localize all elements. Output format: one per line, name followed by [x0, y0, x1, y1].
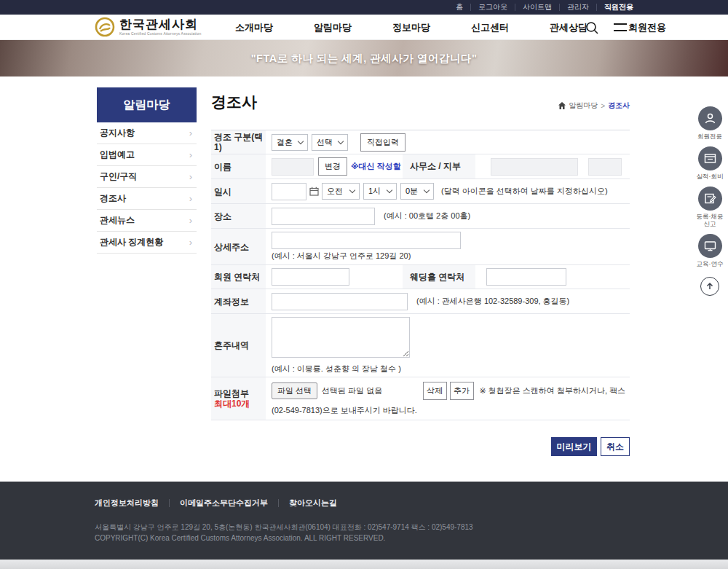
sidebar-item-legislation[interactable]: 입법예고 ›: [97, 144, 197, 166]
name-label: 이름: [214, 162, 266, 172]
file-delete-button[interactable]: 삭제: [423, 382, 447, 400]
cancel-button[interactable]: 취소: [601, 437, 630, 456]
sidebar-item-label: 관세뉴스: [100, 214, 135, 227]
sidebar-item-label: 경조사: [100, 192, 126, 205]
quick-menu: 회원전용 실적·회비 등록·채용 신고: [695, 106, 724, 296]
hour-select-value: 1시: [368, 186, 381, 197]
quick-record-label: 실적·회비: [697, 173, 724, 180]
hall-phone-input[interactable]: [486, 268, 566, 286]
direct-input-button[interactable]: 직접입력: [360, 133, 405, 152]
event-form: 경조 구분(택1) 결혼 선택 직접입력 이름 변경 ※대신 작성할: [211, 130, 630, 420]
category-select-2[interactable]: 선택: [312, 134, 348, 151]
form-row-category: 경조 구분(택1) 결혼 선택 직접입력: [211, 130, 630, 154]
minute-select[interactable]: 0분: [400, 183, 434, 200]
address-input[interactable]: [272, 232, 461, 249]
chevron-right-icon: ›: [189, 194, 192, 203]
form-row-parents: 혼주내역 (예시 : 이몽룡. 성춘향 의 장남 철수 ): [211, 314, 630, 377]
datetime-note: (달력 아이콘을 선택하여 날짜를 지정하십시오): [441, 186, 608, 197]
topbar-link-logout[interactable]: 로그아웃: [471, 4, 515, 11]
footer-link-email[interactable]: 이메일주소무단수집거부: [170, 499, 279, 507]
footer: 개인정보처리방침 이메일주소무단수집거부 찾아오시는길 서울특별시 강남구 언주…: [0, 482, 728, 560]
sidebar-item-label: 관세사 징계현황: [100, 236, 163, 248]
address-label: 상세주소: [214, 242, 266, 252]
form-row-account: 계좌정보 (예시 : 관세사은행 102-32589-309, 홍길동): [211, 289, 630, 314]
place-input[interactable]: [272, 208, 375, 225]
arrow-up-icon: [705, 282, 714, 291]
topbar-link-admin[interactable]: 관리자: [560, 4, 597, 11]
category-label: 경조 구분(택1): [214, 132, 266, 152]
sidebar-item-notice[interactable]: 공지사항 ›: [97, 122, 197, 144]
breadcrumb: 알림마당 > 경조사: [558, 101, 630, 111]
quick-register-label: 등록·채용 신고: [697, 213, 724, 227]
parents-textarea[interactable]: [272, 317, 410, 358]
hall-phone-label: 웨딩홀 연락처: [403, 265, 475, 289]
branch-input[interactable]: [588, 158, 622, 176]
file-note-line1: ※ 청첩장은 스캔하여 첨부하시거나, 팩스: [480, 385, 626, 396]
logo[interactable]: 한국관세사회 Korea Certified Customs Attorneys…: [95, 17, 201, 37]
category-select-2-value: 선택: [317, 137, 333, 148]
change-name-button[interactable]: 변경: [318, 157, 347, 176]
file-limit-label: 최대10개: [214, 399, 266, 409]
account-note: (예시 : 관세사은행 102-32589-309, 홍길동): [416, 296, 569, 307]
home-icon[interactable]: [558, 102, 566, 109]
category-select-1-value: 결혼: [277, 137, 293, 148]
quick-register[interactable]: 등록·채용 신고: [697, 187, 724, 227]
footer-link-directions[interactable]: 찾아오시는길: [279, 499, 347, 507]
sidebar-item-family-events[interactable]: 경조사 ›: [97, 188, 197, 210]
topbar-link-staff[interactable]: 직원전용: [597, 4, 641, 11]
ampm-select[interactable]: 오전: [322, 183, 360, 200]
breadcrumb-current: 경조사: [608, 101, 630, 111]
file-label: 파일첨부: [214, 388, 266, 399]
topbar-link-sitemap[interactable]: 사이트맵: [515, 4, 560, 11]
quick-record[interactable]: 실적·회비: [697, 146, 724, 180]
footer-links: 개인정보처리방침 이메일주소무단수집거부 찾아오시는길: [95, 499, 347, 507]
monitor-icon: [704, 240, 716, 252]
category-select-1[interactable]: 결혼: [272, 134, 308, 151]
file-none-text: 선택된 파일 없음: [322, 385, 382, 396]
utility-bar: 홈 로그아웃 사이트맵 관리자 직원전용: [0, 0, 728, 15]
file-select-button[interactable]: 파일 선택: [272, 382, 317, 399]
office-input[interactable]: [491, 158, 578, 176]
sidebar-item-discipline[interactable]: 관세사 징계현황 ›: [97, 232, 197, 254]
page: 홈 로그아웃 사이트맵 관리자 직원전용 한국관세사회 Korea Certif…: [0, 0, 728, 569]
hamburger-icon[interactable]: [614, 23, 627, 31]
logo-title: 한국관세사회: [119, 18, 201, 31]
association-logo-icon: [95, 17, 115, 37]
parents-label: 혼주내역: [214, 340, 266, 350]
quick-member[interactable]: 회원전용: [697, 106, 722, 140]
footer-link-privacy[interactable]: 개인정보처리방침: [95, 499, 170, 507]
datetime-label: 일시: [214, 187, 266, 197]
place-label: 장소: [214, 211, 266, 221]
name-input[interactable]: [272, 158, 314, 176]
sidebar-title: 알림마당: [97, 87, 197, 122]
chevron-right-icon: ›: [189, 216, 192, 225]
member-phone-input[interactable]: [272, 268, 349, 286]
file-note-line2: (02-549-7813)으로 보내주시기 바랍니다.: [272, 405, 417, 416]
parents-note: (예시 : 이몽룡. 성춘향 의 장남 철수 ): [272, 364, 401, 374]
quick-education[interactable]: 교육·연수: [697, 234, 724, 267]
header: 한국관세사회 Korea Certified Customs Attorneys…: [0, 15, 728, 40]
calendar-icon[interactable]: [309, 187, 319, 196]
footer-copyright: COPYRIGHT(C) Korea Certified Customs Att…: [95, 533, 473, 544]
topbar-link-home[interactable]: 홈: [448, 4, 471, 11]
date-input[interactable]: [272, 183, 306, 200]
breadcrumb-section[interactable]: 알림마당: [569, 101, 598, 111]
nav-intro[interactable]: 소개마당: [215, 21, 293, 34]
file-add-button[interactable]: 추가: [450, 382, 474, 400]
quick-member-label: 회원전용: [697, 133, 722, 140]
nav-info[interactable]: 정보마당: [372, 21, 451, 34]
nav-report[interactable]: 신고센터: [451, 21, 529, 34]
sidebar-item-jobs[interactable]: 구인/구직 ›: [97, 166, 197, 188]
hour-select[interactable]: 1시: [363, 183, 397, 200]
search-icon[interactable]: [585, 21, 598, 34]
minute-select-value: 0분: [405, 186, 418, 197]
preview-button[interactable]: 미리보기: [551, 437, 597, 456]
quick-education-label: 교육·연수: [697, 260, 724, 267]
scroll-top-button[interactable]: [700, 277, 719, 296]
chevron-right-icon: ›: [189, 172, 192, 181]
account-input[interactable]: [272, 293, 408, 310]
banner-quote: "FTA로 하나 되는 세계, 관세사가 열어갑니다": [251, 52, 478, 66]
footer-address: 서울특별시 강남구 언주로 129길 20, 5층(논현동) 한국관세사회관(0…: [95, 522, 473, 533]
sidebar-item-customs-news[interactable]: 관세뉴스 ›: [97, 210, 197, 232]
nav-notice[interactable]: 알림마당: [293, 21, 372, 34]
